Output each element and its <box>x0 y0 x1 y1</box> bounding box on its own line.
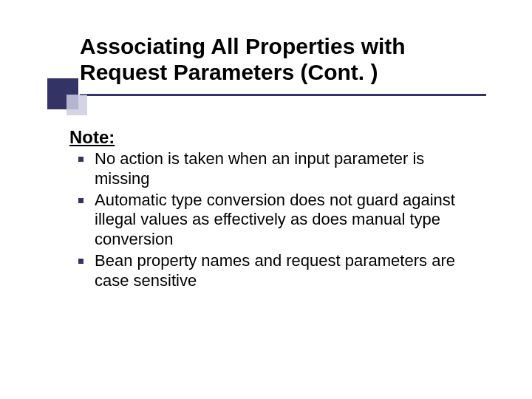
list-item: No action is taken when an input paramet… <box>69 149 483 189</box>
body-block: Note: No action is taken when an input p… <box>69 127 483 293</box>
bullet-text: Automatic type conversion does not guard… <box>95 191 455 249</box>
note-label: Note: <box>69 127 483 148</box>
list-item: Automatic type conversion does not guard… <box>69 191 483 250</box>
bullet-text: No action is taken when an input paramet… <box>95 149 424 188</box>
bullet-text: Bean property names and request paramete… <box>95 251 455 290</box>
slide-title: Associating All Properties with Request … <box>80 34 494 85</box>
bullet-list: No action is taken when an input paramet… <box>69 149 483 291</box>
list-item: Bean property names and request paramete… <box>69 251 483 291</box>
slide: Associating All Properties with Request … <box>0 0 532 399</box>
accent-square-light <box>66 95 87 115</box>
title-block: Associating All Properties with Request … <box>80 34 494 85</box>
title-underline <box>80 94 486 96</box>
